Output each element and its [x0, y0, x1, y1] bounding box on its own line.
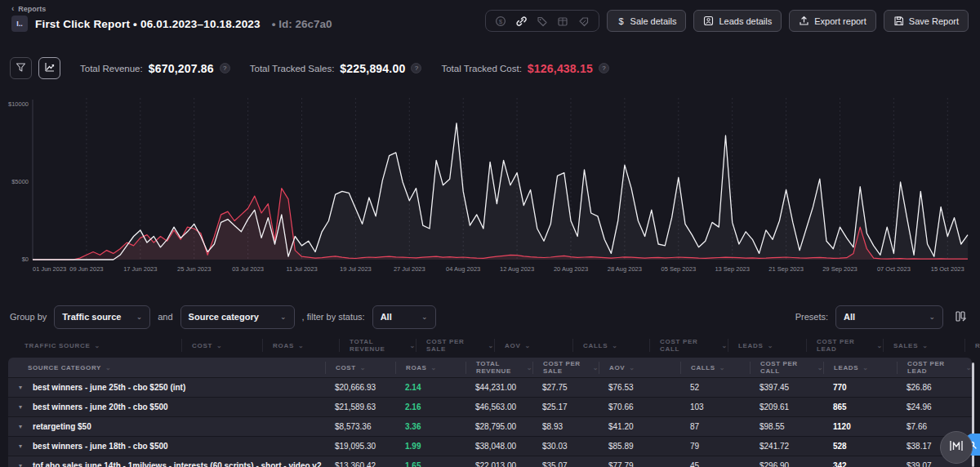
leads-details-button[interactable]: Leads details — [693, 10, 782, 32]
discount-icon[interactable] — [577, 16, 590, 27]
column-leads[interactable]: LEADS⌄ — [823, 362, 897, 374]
source-category-name: tof.abo.sales june 14th - 1milviews - in… — [33, 461, 321, 467]
expand-icon[interactable]: ▾ — [19, 443, 22, 450]
x-axis-tick-label: 05 Sep 2023 — [662, 265, 697, 273]
column-aov[interactable]: AOV⌄ — [599, 362, 680, 374]
chevron-down-icon: ⌄ — [929, 313, 935, 321]
sort-icon[interactable]: ⌄ — [629, 364, 635, 371]
expand-icon[interactable]: ▾ — [19, 423, 22, 430]
table-row[interactable]: ▾best winners - june 25th - cbo $250 (in… — [8, 378, 972, 397]
expand-icon[interactable]: ▾ — [19, 384, 22, 391]
title-block: ‹ Reports I.. First Click Report • 06.01… — [11, 4, 332, 38]
filter-button[interactable] — [10, 57, 32, 79]
sort-icon[interactable]: ⌄ — [966, 364, 972, 371]
calendar-icon[interactable] — [557, 16, 568, 27]
outer-column-sales[interactable]: SALES⌄ — [883, 339, 964, 352]
sort-icon[interactable]: ⌄ — [612, 342, 617, 349]
sale-details-button[interactable]: $ Sale details — [607, 10, 687, 32]
column-cost[interactable]: COST⌄ — [325, 362, 395, 374]
cell-roas: 2.16 — [395, 403, 466, 411]
breadcrumb[interactable]: ‹ Reports — [11, 4, 332, 13]
sort-icon[interactable]: ⌄ — [105, 364, 111, 371]
table-row[interactable]: ▾tof.abo.sales june 14th - 1milviews - i… — [8, 456, 972, 467]
sort-icon[interactable]: ⌄ — [862, 364, 868, 371]
sort-icon[interactable]: ⌄ — [817, 364, 823, 371]
column-label: TOTAL REVENUE — [476, 360, 523, 375]
expand-icon[interactable]: ▾ — [19, 462, 22, 467]
sort-icon[interactable]: ⌄ — [877, 342, 883, 349]
outer-column-roas[interactable]: ROAS⌄ — [262, 339, 339, 352]
stat-label: Total Revenue: — [80, 64, 143, 73]
column-cost-per-sale[interactable]: COST PER SALE⌄ — [532, 362, 599, 374]
x-axis-tick-label: 19 Jul 2023 — [340, 265, 372, 273]
column-roas[interactable]: ROAS⌄ — [395, 362, 466, 374]
status-filter-label: , filter by status: — [302, 312, 365, 322]
sort-icon[interactable]: ⌄ — [488, 342, 494, 349]
presets-select[interactable]: All ⌄ — [835, 305, 943, 329]
sort-icon[interactable]: ⌄ — [360, 364, 366, 371]
outer-column-cost[interactable]: COST⌄ — [181, 339, 262, 352]
cell-leads: 865 — [823, 403, 897, 411]
outer-column-cost-per-sale[interactable]: COST PER SALE⌄ — [416, 339, 494, 352]
leads-icon — [703, 16, 714, 26]
column-label: COST PER CALL — [760, 360, 813, 375]
table-row[interactable]: ▾retargeting $50$8,573.363.36$28,795.00$… — [8, 417, 972, 436]
column-label: COST PER LEAD — [907, 360, 962, 375]
outer-column-re[interactable]: RE⌄ — [964, 339, 980, 352]
column-cost-per-lead[interactable]: COST PER LEAD⌄ — [897, 362, 972, 374]
column-cost-per-call[interactable]: COST PER CALL⌄ — [750, 362, 823, 374]
outer-column-leads[interactable]: LEADS⌄ — [728, 339, 806, 352]
outer-column-traffic-source[interactable]: TRAFFIC SOURCE⌄ — [24, 339, 181, 352]
table-row[interactable]: ▾best winners - june 20th - cbo $500$21,… — [8, 398, 972, 416]
column-calls[interactable]: CALLS⌄ — [680, 362, 750, 374]
cell-leads: 1120 — [823, 422, 897, 431]
column-label: AOV — [505, 342, 520, 349]
group-by-2-select[interactable]: Source category ⌄ — [180, 305, 295, 329]
revenue-cost-chart[interactable]: 01 Jun 202309 Jun 202317 Jun 202325 Jun … — [0, 88, 980, 278]
sort-icon[interactable]: ⌄ — [524, 342, 530, 349]
page-title: First Click Report • 06.01.2023–10.18.20… — [35, 18, 261, 30]
save-report-button[interactable]: Save Report — [884, 10, 969, 32]
outer-column-cost-per-call[interactable]: COST PER CALL⌄ — [649, 339, 728, 352]
tag-icon[interactable] — [537, 16, 548, 27]
sort-icon[interactable]: ⌄ — [922, 342, 928, 349]
cell-total-revenue: $22,013.00 — [466, 461, 532, 467]
chart-toggle-button[interactable] — [38, 57, 60, 79]
table-row[interactable]: ▾best winners - june 18th - cbo $500$19,… — [8, 437, 972, 456]
outer-column-aov[interactable]: AOV⌄ — [494, 339, 572, 352]
help-icon[interactable]: ? — [220, 63, 230, 73]
money-icon[interactable]: $ — [495, 16, 506, 27]
expand-icon[interactable]: ▾ — [19, 403, 22, 411]
sort-icon[interactable]: ⌄ — [94, 342, 100, 349]
column-total-revenue[interactable]: TOTAL REVENUE⌄ — [466, 362, 532, 374]
group-by-label: Group by — [10, 312, 47, 322]
sort-icon[interactable]: ⌄ — [722, 342, 728, 349]
sort-icon[interactable]: ⌄ — [298, 342, 304, 349]
back-icon[interactable]: ‹ — [11, 4, 14, 13]
assistant-widget-button[interactable] — [940, 431, 973, 464]
sort-icon[interactable]: ⌄ — [410, 342, 416, 349]
help-icon[interactable]: ? — [411, 63, 421, 73]
group-by-select[interactable]: Traffic source ⌄ — [54, 305, 150, 329]
sort-icon[interactable]: ⌄ — [768, 342, 773, 349]
sort-icon[interactable]: ⌄ — [719, 364, 725, 371]
outer-column-calls[interactable]: CALLS⌄ — [572, 339, 649, 352]
column-source-category[interactable]: SOURCE CATEGORY⌄ — [8, 362, 325, 374]
link-icon[interactable] — [515, 16, 528, 27]
sort-icon[interactable]: ⌄ — [431, 364, 437, 371]
outer-column-total-revenue[interactable]: TOTAL REVENUE⌄ — [339, 339, 416, 352]
y-axis-tick-label: $5000 — [11, 178, 29, 185]
customize-columns-button[interactable] — [951, 307, 970, 327]
sort-icon[interactable]: ⌄ — [527, 364, 532, 371]
column-label: TOTAL REVENUE — [350, 338, 406, 353]
outer-column-cost-per-lead[interactable]: COST PER LEAD⌄ — [806, 339, 883, 352]
x-axis-tick-label: 27 Jul 2023 — [394, 265, 425, 273]
status-select[interactable]: All ⌄ — [372, 305, 436, 329]
group-by-2-value: Source category — [189, 312, 259, 322]
export-report-button[interactable]: Export report — [789, 10, 876, 32]
breadcrumb-label[interactable]: Reports — [18, 5, 46, 13]
help-icon[interactable]: ? — [599, 63, 609, 73]
cell-cost-per-call: $98.55 — [750, 422, 823, 431]
sort-icon[interactable]: ⌄ — [593, 364, 599, 371]
sort-icon[interactable]: ⌄ — [216, 342, 222, 349]
